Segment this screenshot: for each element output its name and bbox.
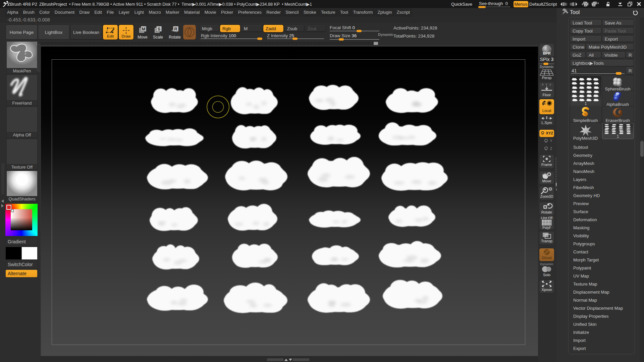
svg-text:M: M — [142, 26, 145, 32]
svg-text:S: S — [157, 26, 160, 32]
svg-text:R: R — [174, 26, 177, 32]
svg-text:Y: Y — [550, 139, 552, 143]
svg-text:BPR: BPR — [543, 51, 550, 55]
svg-text:Z: Z — [550, 147, 552, 150]
svg-text:XYZ: XYZ — [546, 131, 553, 135]
